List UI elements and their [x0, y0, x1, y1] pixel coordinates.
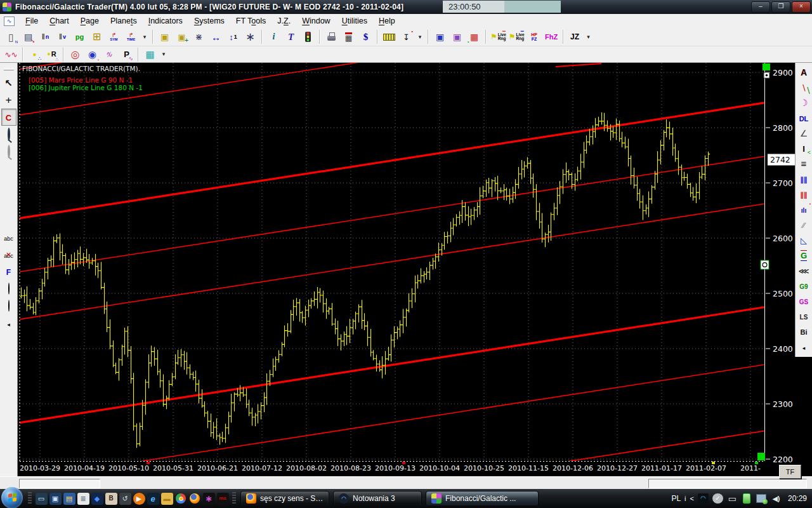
language-indicator[interactable]: PL	[671, 495, 681, 502]
restore-button[interactable]: ❐	[771, 1, 790, 13]
quicklaunch-folder-icon[interactable]: ▬	[161, 493, 173, 505]
annotation-a-tool[interactable]: A∕	[796, 65, 811, 80]
pen-blue-tool[interactable]	[1, 177, 16, 194]
traffic-light-icon[interactable]	[300, 29, 316, 45]
planet-dots-icon[interactable]: ●∴	[27, 46, 43, 63]
start-button[interactable]	[1, 487, 23, 508]
arrange-page-icon[interactable]: ▤↘	[20, 29, 36, 45]
expand-bars-icon[interactable]: ↔	[208, 29, 224, 45]
wave-tool-icon[interactable]: ∿∿	[3, 46, 19, 63]
tray-network-icon[interactable]	[756, 493, 767, 504]
tray-collapse-arrow[interactable]: <	[690, 495, 694, 502]
tray-volume-icon[interactable]: ◀)	[771, 493, 782, 504]
quicklaunch-app-blue-icon[interactable]: ◆	[91, 493, 103, 505]
dl-tool[interactable]: DL	[796, 110, 811, 126]
dropdown-arrow[interactable]: ▾	[140, 29, 149, 45]
quicklaunch-app-b-icon[interactable]: B	[105, 493, 117, 505]
window-pair-icon[interactable]: ▣	[432, 29, 448, 45]
new-page-icon[interactable]: ▯N	[3, 29, 19, 45]
compress-bars-icon[interactable]: ⋇	[191, 29, 207, 45]
hp-fz-button[interactable]: HPFZ	[527, 29, 542, 45]
menu-page[interactable]: Page	[75, 15, 105, 27]
menu-fttools[interactable]: FT Tools	[230, 15, 272, 27]
pen-blue2-tool[interactable]	[1, 194, 16, 211]
quicklaunch-window-switcher-icon[interactable]: ▣	[49, 493, 62, 505]
c-tool[interactable]: C	[1, 109, 16, 126]
cascade-windows-icon[interactable]: ▣	[157, 29, 173, 45]
quicklaunch-chrome-icon[interactable]	[175, 493, 187, 505]
angle-tool[interactable]: ∠	[796, 126, 811, 141]
target-circles-icon[interactable]: ◎	[67, 46, 83, 63]
pointer-tool[interactable]: ↖	[1, 74, 16, 91]
p-wave-icon[interactable]: P∿	[119, 46, 134, 63]
info-pointer-icon[interactable]: i	[266, 29, 282, 45]
live-range-blue-button[interactable]: ⚑Live Rng┅	[508, 29, 525, 45]
text-abc-tool[interactable]: abc	[1, 229, 16, 246]
window-grid-icon[interactable]: ⊞	[89, 29, 105, 45]
close-button[interactable]: ×	[792, 1, 811, 13]
calendar-icon[interactable]: ▦	[341, 29, 357, 45]
parallel-tool[interactable]: ∕∕	[796, 217, 811, 232]
planet-circle-icon[interactable]: ◉▪	[84, 46, 100, 63]
quicklaunch-recycle-bin-icon[interactable]: ↺	[119, 493, 131, 505]
jz-button[interactable]: JZ	[567, 29, 583, 45]
window-pair-alt-icon[interactable]: ▣	[449, 29, 465, 45]
dropdown-arrow[interactable]: ▾	[584, 29, 593, 45]
arc-tool[interactable]: ☽	[796, 95, 811, 110]
menu-jz[interactable]: J.Z.	[272, 15, 296, 27]
dollar-icon[interactable]: $	[358, 29, 374, 45]
text-tool-icon[interactable]: T	[283, 29, 299, 45]
intraday-v-icon[interactable]: ǁv	[55, 29, 70, 45]
scale-one-icon[interactable]: ↕1	[225, 29, 241, 45]
quicklaunch-internet-explorer-icon[interactable]: e	[147, 493, 159, 505]
wave-line-icon[interactable]: ∿∕	[102, 46, 117, 63]
g9-tool[interactable]: G9	[796, 278, 811, 293]
mdi-child-icon[interactable]: ∿	[4, 17, 15, 26]
quicklaunch-grip[interactable]	[28, 492, 32, 505]
quicklaunch-firefox-icon[interactable]	[189, 493, 201, 505]
minimize-button[interactable]: –	[751, 1, 770, 13]
tray-app-dark-icon[interactable]: ◠	[698, 493, 709, 504]
taskband-grip[interactable]	[232, 492, 236, 505]
dropdown-arrow[interactable]: ▾	[416, 29, 424, 45]
task-firefox[interactable]: sęs czy sens - Szukaj...	[240, 491, 329, 506]
pitchfork-tool[interactable]: ◺	[796, 232, 811, 248]
scroll-left-mini[interactable]: ◂	[1, 314, 16, 331]
menu-utilities[interactable]: Utilities	[336, 15, 373, 27]
ellipse2-tool[interactable]	[1, 297, 16, 314]
quicklaunch-notepad-icon[interactable]: ≣	[77, 493, 89, 505]
crosshair-tool[interactable]: +	[1, 91, 16, 109]
ruler-icon[interactable]	[381, 29, 397, 45]
trend-lines-tool[interactable]: ∖∖	[796, 80, 811, 95]
tray-display-icon[interactable]: ▭	[727, 493, 738, 504]
chart-canvas[interactable]: 2900280027002600250024002300220027422010…	[18, 63, 795, 476]
scroll-marker-mid[interactable]	[761, 260, 769, 269]
timeframe-button[interactable]: TF	[779, 465, 801, 479]
gs-tool[interactable]: GS	[796, 293, 811, 309]
price-marker-icon[interactable]: ↧▪	[398, 29, 414, 45]
toolbar-grip[interactable]	[4, 68, 14, 70]
text-delete-tool[interactable]: abc×	[1, 246, 16, 263]
planet-r-icon[interactable]: ●R∴	[44, 46, 60, 63]
tray-power-icon[interactable]	[742, 493, 752, 504]
data-grid-icon[interactable]: ▦	[142, 46, 158, 63]
gann-g-tool[interactable]: G	[796, 248, 811, 263]
time-scale-button[interactable]: ↱TIME	[123, 29, 139, 45]
live-range-red-button[interactable]: ⚑Live Rng┅	[490, 29, 507, 45]
menu-systems[interactable]: Systems	[188, 15, 230, 27]
quicklaunch-explorer-icon[interactable]: ▤	[63, 493, 75, 505]
pen-green-tool[interactable]	[1, 160, 16, 177]
fan-tool[interactable]: ⋘	[796, 263, 811, 278]
vlines-blue-tool[interactable]: ∥∥	[796, 171, 811, 187]
menu-chart[interactable]: Chart	[44, 15, 75, 27]
asterisk-icon[interactable]: ∗	[242, 29, 258, 45]
quicklaunch-app-ms-icon[interactable]: ms	[217, 493, 229, 505]
dropdown-arrow[interactable]: ▾	[159, 46, 168, 63]
menu-planets[interactable]: Planets	[105, 15, 143, 27]
fhz-button[interactable]: FhZ	[544, 29, 560, 45]
quicklaunch-show-desktop-icon[interactable]: ▭	[36, 493, 48, 505]
taskbar-clock[interactable]: 20:29	[788, 495, 807, 502]
tray-info-icon[interactable]: i	[684, 495, 686, 502]
task-notowania[interactable]: ◠Notowania 3	[333, 491, 422, 506]
menu-window[interactable]: Window	[296, 15, 336, 27]
